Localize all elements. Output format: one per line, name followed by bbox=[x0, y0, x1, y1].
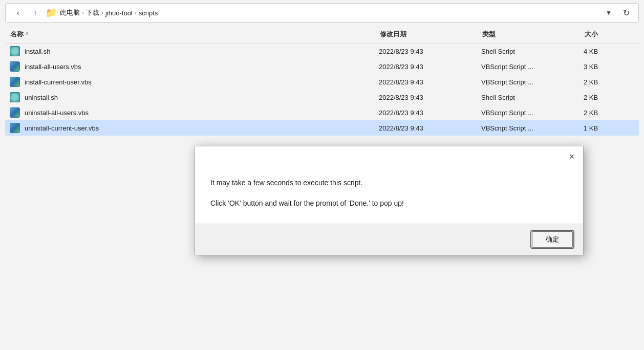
dialog-title-bar: × bbox=[195, 146, 583, 167]
dialog-body: It may take a few seconds to execute thi… bbox=[195, 167, 583, 224]
dialog-line2: Click 'OK' button and wait for the promp… bbox=[210, 198, 568, 209]
dialog-footer: 确定 bbox=[195, 224, 583, 255]
dialog: × It may take a few seconds to execute t… bbox=[195, 146, 584, 255]
dialog-close-button[interactable]: × bbox=[565, 149, 579, 164]
dialog-line1: It may take a few seconds to execute thi… bbox=[210, 177, 568, 188]
dialog-overlay: × It may take a few seconds to execute t… bbox=[0, 0, 644, 350]
dialog-ok-button[interactable]: 确定 bbox=[532, 231, 573, 248]
